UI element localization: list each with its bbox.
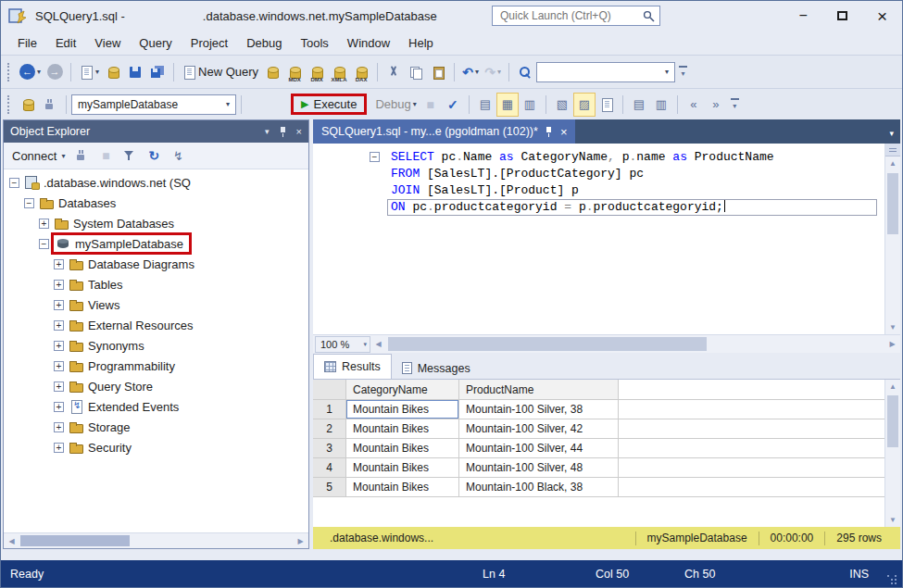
scroll-left-icon[interactable]: ◀ [4,533,19,548]
table-row[interactable]: 1Mountain BikesMountain-100 Silver, 38 [313,400,884,419]
query-type-button-dax[interactable]: DAX [350,60,372,84]
pin-icon[interactable] [546,126,553,137]
expand-icon[interactable]: + [54,382,64,392]
product-cell[interactable]: Mountain-100 Silver, 44 [459,439,619,458]
toolbar-overflow-button[interactable]: ▾ [731,98,739,110]
connect-db-button[interactable] [17,93,39,117]
query-options-button[interactable] [596,93,618,117]
close-panel-button[interactable]: × [296,126,302,137]
stop-process-button[interactable]: ■ [94,144,117,168]
row-number-cell[interactable]: 2 [313,419,346,439]
scroll-right-icon[interactable]: ▶ [884,335,900,353]
chevron-down-icon[interactable]: ▾ [659,63,674,81]
scroll-up-icon[interactable]: ▲ [885,156,900,170]
corner-header-cell[interactable] [313,380,346,400]
expand-icon[interactable]: + [54,402,64,412]
paste-button[interactable] [427,60,449,84]
menu-item-tools[interactable]: Tools [292,32,338,54]
refresh-button[interactable]: ↻ [143,144,165,168]
query-type-button-dmx[interactable]: DMX [306,60,328,84]
expand-icon[interactable]: + [54,259,64,269]
toolbar-overflow-button[interactable]: ▾ [679,66,687,78]
expand-icon[interactable]: + [54,361,64,371]
window-position-button[interactable]: ▾ [265,127,270,136]
product-cell[interactable]: Mountain-100 Black, 38 [459,478,619,497]
query-type-button-xmla[interactable]: XMLA [328,60,350,84]
save-all-button[interactable] [146,60,169,84]
menu-item-project[interactable]: Project [182,32,237,54]
tree-node-storage[interactable]: +Storage [4,417,308,437]
table-row[interactable]: 5Mountain BikesMountain-100 Black, 38 [313,478,884,497]
code-line[interactable]: JOIN [SalesLT].[Product] p [313,182,884,199]
menu-item-window[interactable]: Window [338,32,399,54]
new-file-button[interactable]: ▾ [76,60,102,84]
scroll-right-icon[interactable]: ▶ [293,533,308,548]
tree-node-programmability[interactable]: +Programmability [4,356,308,376]
category-cell[interactable]: Mountain Bikes [346,419,459,439]
scrollbar-thumb[interactable] [887,173,898,234]
redo-button[interactable]: ↷▾ [482,60,504,84]
row-number-cell[interactable]: 3 [313,439,346,458]
menu-item-view[interactable]: View [85,32,130,54]
tree-node--database-windows-net-sq[interactable]: −.database.windows.net (SQ [4,172,308,193]
chevron-down-icon[interactable]: ▾ [220,95,235,114]
object-explorer-hscrollbar[interactable]: ◀ ▶ [4,532,308,548]
maximize-button[interactable] [837,8,847,23]
execute-button[interactable]: ▶Execute [295,96,362,112]
stop-button[interactable]: ■ [420,93,442,117]
collapse-icon[interactable]: − [24,198,34,208]
row-number-cell[interactable]: 1 [313,400,346,419]
product-cell[interactable]: Mountain-100 Silver, 42 [459,419,619,439]
find-combo[interactable]: ▾ [536,62,675,82]
tree-node-system-databases[interactable]: +System Databases [4,213,308,233]
uncomment-button[interactable]: ▥ [650,93,672,117]
tree-node-external-resources[interactable]: +External Resources [4,315,308,335]
pin-icon[interactable] [279,126,287,137]
menu-item-file[interactable]: File [8,32,46,54]
product-cell[interactable]: Mountain-100 Silver, 48 [459,458,619,478]
tree-node-tables[interactable]: +Tables [4,274,308,294]
cut-button[interactable] [383,60,405,84]
scroll-down-icon[interactable]: ▼ [885,320,900,334]
row-number-cell[interactable]: 4 [313,458,346,478]
code-line[interactable]: FROM [SalesLT].[ProductCategory] pc [313,166,884,182]
column-header-categoryname[interactable]: CategoryName [346,380,459,400]
tab-messages[interactable]: Messages [392,357,481,379]
toolbar-grip[interactable] [7,95,11,114]
chevron-down-icon[interactable]: ▾ [363,341,370,348]
increase-indent-button[interactable]: » [705,93,727,117]
object-explorer-header[interactable]: Object Explorer ▾ × [4,120,308,143]
editor-vscrollbar[interactable]: ▲ ▼ [884,144,900,334]
editor-hscrollbar[interactable] [386,335,884,353]
row-number-cell[interactable]: 5 [313,478,346,497]
expand-icon[interactable]: + [54,280,64,290]
code-line[interactable]: −SELECT pc.Name as CategoryName, p.name … [313,149,884,166]
copy-button[interactable] [405,60,427,84]
menu-item-query[interactable]: Query [130,32,181,54]
filter-button[interactable] [119,144,141,168]
collapse-region-icon[interactable]: − [370,152,380,162]
collapse-icon[interactable]: − [39,239,49,249]
debug-button[interactable]: Debug▾ [372,93,419,117]
scrollbar-thumb[interactable] [20,535,130,546]
tree-node-views[interactable]: +Views [4,294,308,315]
category-cell[interactable]: Mountain Bikes [346,458,459,478]
category-cell[interactable]: Mountain Bikes [346,400,459,419]
splitter-handle[interactable] [885,144,900,156]
navigate-back-button[interactable]: ←▾ [17,60,44,84]
menu-item-debug[interactable]: Debug [237,32,291,54]
quick-launch-box[interactable] [492,6,660,26]
document-list-dropdown[interactable]: ▾ [883,129,900,144]
new-query-button[interactable]: New Query [179,60,261,84]
save-button[interactable] [124,60,146,84]
code-editor[interactable]: −SELECT pc.Name as CategoryName, p.name … [313,144,900,334]
table-row[interactable]: 2Mountain BikesMountain-100 Silver, 42 [313,419,884,439]
estimated-plan-button[interactable]: ▧ [551,93,573,117]
query-document-tab[interactable]: SQLQuery1.sql - my...e (pgoldman (102))*… [313,119,575,144]
table-row[interactable]: 3Mountain BikesMountain-100 Silver, 44 [313,439,884,458]
query-type-button-mdx[interactable]: MDX [283,60,306,84]
expand-icon[interactable]: + [54,320,64,331]
change-connection-button[interactable] [39,93,61,117]
parse-button[interactable]: ✓ [442,93,464,117]
tree-node-databases[interactable]: −Databases [4,193,308,213]
